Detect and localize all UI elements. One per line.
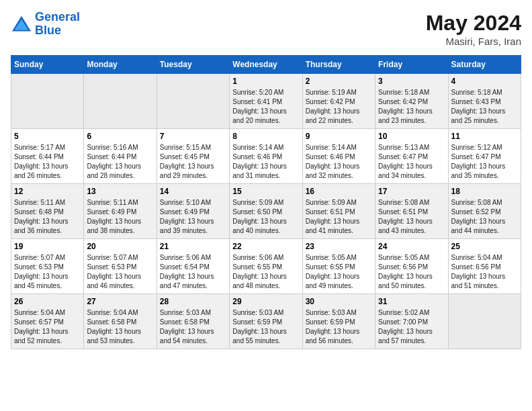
- day-info: Sunrise: 5:06 AM Sunset: 6:54 PM Dayligh…: [160, 253, 226, 291]
- day-info: Sunrise: 5:09 AM Sunset: 6:51 PM Dayligh…: [306, 198, 372, 236]
- day-number: 18: [451, 187, 518, 196]
- day-number: 27: [87, 297, 153, 306]
- day-number: 30: [306, 297, 372, 306]
- day-number: 8: [232, 132, 299, 141]
- weekday-header-thursday: Thursday: [302, 56, 375, 74]
- day-number: 1: [232, 77, 299, 86]
- table-row: 15Sunrise: 5:09 AM Sunset: 6:50 PM Dayli…: [230, 184, 302, 239]
- table-row: 13Sunrise: 5:11 AM Sunset: 6:49 PM Dayli…: [84, 184, 157, 239]
- day-info: Sunrise: 5:19 AM Sunset: 6:42 PM Dayligh…: [306, 88, 372, 126]
- day-number: 12: [14, 187, 81, 196]
- table-row: [11, 74, 84, 129]
- table-row: 29Sunrise: 5:03 AM Sunset: 6:59 PM Dayli…: [230, 294, 302, 349]
- day-info: Sunrise: 5:03 AM Sunset: 6:59 PM Dayligh…: [232, 308, 299, 346]
- weekday-header-wednesday: Wednesday: [230, 56, 302, 74]
- day-info: Sunrise: 5:18 AM Sunset: 6:43 PM Dayligh…: [451, 88, 518, 126]
- location-subtitle: Masiri, Fars, Iran: [426, 36, 521, 47]
- day-info: Sunrise: 5:05 AM Sunset: 6:55 PM Dayligh…: [306, 253, 372, 291]
- day-number: 3: [378, 77, 445, 86]
- day-number: 10: [378, 132, 445, 141]
- table-row: 20Sunrise: 5:07 AM Sunset: 6:53 PM Dayli…: [84, 239, 157, 294]
- table-row: 21Sunrise: 5:06 AM Sunset: 6:54 PM Dayli…: [157, 239, 229, 294]
- weekday-header-row: SundayMondayTuesdayWednesdayThursdayFrid…: [11, 56, 521, 74]
- calendar-week-row: 5Sunrise: 5:17 AM Sunset: 6:44 PM Daylig…: [11, 129, 521, 184]
- table-row: 10Sunrise: 5:13 AM Sunset: 6:47 PM Dayli…: [375, 129, 448, 184]
- table-row: 27Sunrise: 5:04 AM Sunset: 6:58 PM Dayli…: [84, 294, 157, 349]
- calendar-week-row: 19Sunrise: 5:07 AM Sunset: 6:53 PM Dayli…: [11, 239, 521, 294]
- month-year-title: May 2024: [426, 11, 521, 36]
- table-row: 28Sunrise: 5:03 AM Sunset: 6:58 PM Dayli…: [157, 294, 229, 349]
- day-number: 2: [306, 77, 372, 86]
- day-info: Sunrise: 5:08 AM Sunset: 6:51 PM Dayligh…: [378, 198, 445, 236]
- weekday-header-saturday: Saturday: [448, 56, 521, 74]
- day-number: 29: [232, 297, 299, 306]
- table-row: 7Sunrise: 5:15 AM Sunset: 6:45 PM Daylig…: [157, 129, 229, 184]
- day-number: 26: [14, 297, 81, 306]
- table-row: 31Sunrise: 5:02 AM Sunset: 7:00 PM Dayli…: [375, 294, 448, 349]
- day-info: Sunrise: 5:17 AM Sunset: 6:44 PM Dayligh…: [14, 143, 81, 181]
- calendar-week-row: 1Sunrise: 5:20 AM Sunset: 6:41 PM Daylig…: [11, 74, 521, 129]
- day-number: 7: [160, 132, 226, 141]
- day-number: 6: [87, 132, 153, 141]
- day-info: Sunrise: 5:14 AM Sunset: 6:46 PM Dayligh…: [232, 143, 299, 181]
- day-number: 13: [87, 187, 153, 196]
- table-row: 1Sunrise: 5:20 AM Sunset: 6:41 PM Daylig…: [230, 74, 302, 129]
- day-info: Sunrise: 5:07 AM Sunset: 6:53 PM Dayligh…: [87, 253, 153, 291]
- day-info: Sunrise: 5:09 AM Sunset: 6:50 PM Dayligh…: [232, 198, 299, 236]
- day-number: 19: [14, 242, 81, 251]
- weekday-header-tuesday: Tuesday: [157, 56, 229, 74]
- table-row: 9Sunrise: 5:14 AM Sunset: 6:46 PM Daylig…: [302, 129, 375, 184]
- table-row: 14Sunrise: 5:10 AM Sunset: 6:49 PM Dayli…: [157, 184, 229, 239]
- day-info: Sunrise: 5:18 AM Sunset: 6:42 PM Dayligh…: [378, 88, 445, 126]
- table-row: 5Sunrise: 5:17 AM Sunset: 6:44 PM Daylig…: [11, 129, 84, 184]
- table-row: 19Sunrise: 5:07 AM Sunset: 6:53 PM Dayli…: [11, 239, 84, 294]
- day-info: Sunrise: 5:14 AM Sunset: 6:46 PM Dayligh…: [306, 143, 372, 181]
- day-number: 25: [451, 242, 518, 251]
- calendar-week-row: 26Sunrise: 5:04 AM Sunset: 6:57 PM Dayli…: [11, 294, 521, 349]
- day-info: Sunrise: 5:02 AM Sunset: 7:00 PM Dayligh…: [378, 308, 445, 346]
- weekday-header-monday: Monday: [84, 56, 157, 74]
- day-number: 15: [232, 187, 299, 196]
- day-info: Sunrise: 5:03 AM Sunset: 6:59 PM Dayligh…: [306, 308, 372, 346]
- day-info: Sunrise: 5:10 AM Sunset: 6:49 PM Dayligh…: [160, 198, 226, 236]
- table-row: [448, 294, 521, 349]
- day-info: Sunrise: 5:07 AM Sunset: 6:53 PM Dayligh…: [14, 253, 81, 291]
- day-info: Sunrise: 5:08 AM Sunset: 6:52 PM Dayligh…: [451, 198, 518, 236]
- day-info: Sunrise: 5:20 AM Sunset: 6:41 PM Dayligh…: [232, 88, 299, 126]
- day-info: Sunrise: 5:04 AM Sunset: 6:56 PM Dayligh…: [451, 253, 518, 291]
- table-row: 8Sunrise: 5:14 AM Sunset: 6:46 PM Daylig…: [230, 129, 302, 184]
- day-number: 23: [306, 242, 372, 251]
- day-info: Sunrise: 5:04 AM Sunset: 6:58 PM Dayligh…: [87, 308, 153, 346]
- logo-icon: [11, 15, 32, 34]
- logo-general: General: [35, 10, 80, 24]
- day-number: 21: [160, 242, 226, 251]
- table-row: 2Sunrise: 5:19 AM Sunset: 6:42 PM Daylig…: [302, 74, 375, 129]
- day-info: Sunrise: 5:16 AM Sunset: 6:44 PM Dayligh…: [87, 143, 153, 181]
- day-info: Sunrise: 5:11 AM Sunset: 6:48 PM Dayligh…: [14, 198, 81, 236]
- day-info: Sunrise: 5:03 AM Sunset: 6:58 PM Dayligh…: [160, 308, 226, 346]
- day-number: 22: [232, 242, 299, 251]
- day-number: 20: [87, 242, 153, 251]
- table-row: [157, 74, 229, 129]
- table-row: 22Sunrise: 5:06 AM Sunset: 6:55 PM Dayli…: [230, 239, 302, 294]
- calendar-week-row: 12Sunrise: 5:11 AM Sunset: 6:48 PM Dayli…: [11, 184, 521, 239]
- day-number: 16: [306, 187, 372, 196]
- table-row: 24Sunrise: 5:05 AM Sunset: 6:56 PM Dayli…: [375, 239, 448, 294]
- day-info: Sunrise: 5:15 AM Sunset: 6:45 PM Dayligh…: [160, 143, 226, 181]
- table-row: 6Sunrise: 5:16 AM Sunset: 6:44 PM Daylig…: [84, 129, 157, 184]
- table-row: 4Sunrise: 5:18 AM Sunset: 6:43 PM Daylig…: [448, 74, 521, 129]
- day-info: Sunrise: 5:04 AM Sunset: 6:57 PM Dayligh…: [14, 308, 81, 346]
- day-number: 14: [160, 187, 226, 196]
- table-row: 12Sunrise: 5:11 AM Sunset: 6:48 PM Dayli…: [11, 184, 84, 239]
- day-info: Sunrise: 5:05 AM Sunset: 6:56 PM Dayligh…: [378, 253, 445, 291]
- table-row: 17Sunrise: 5:08 AM Sunset: 6:51 PM Dayli…: [375, 184, 448, 239]
- day-info: Sunrise: 5:13 AM Sunset: 6:47 PM Dayligh…: [378, 143, 445, 181]
- page-header: General Blue May 2024 Masiri, Fars, Iran: [11, 11, 521, 47]
- table-row: 16Sunrise: 5:09 AM Sunset: 6:51 PM Dayli…: [302, 184, 375, 239]
- table-row: 25Sunrise: 5:04 AM Sunset: 6:56 PM Dayli…: [448, 239, 521, 294]
- table-row: 30Sunrise: 5:03 AM Sunset: 6:59 PM Dayli…: [302, 294, 375, 349]
- day-info: Sunrise: 5:12 AM Sunset: 6:47 PM Dayligh…: [451, 143, 518, 181]
- day-number: 28: [160, 297, 226, 306]
- weekday-header-friday: Friday: [375, 56, 448, 74]
- table-row: 18Sunrise: 5:08 AM Sunset: 6:52 PM Dayli…: [448, 184, 521, 239]
